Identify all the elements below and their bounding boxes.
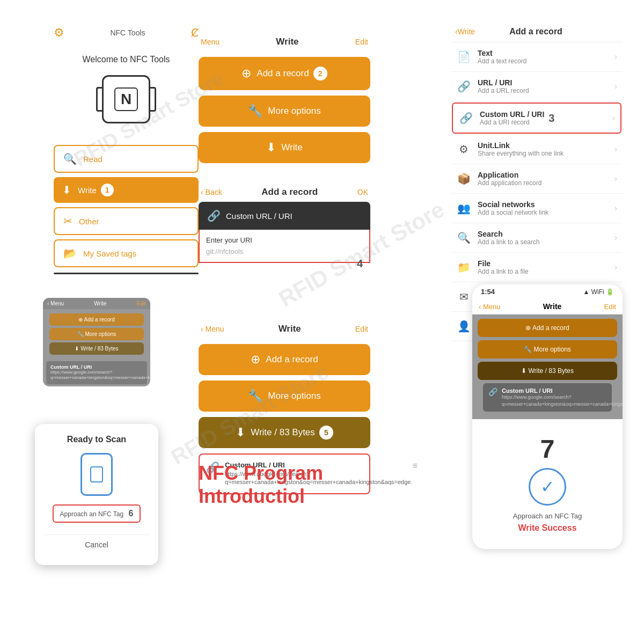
step6-badge: 6 xyxy=(128,509,133,518)
search-content: Search Add a link to a search xyxy=(478,230,539,246)
menu-back-link[interactable]: Menu xyxy=(201,38,219,46)
cancel-button[interactable]: Cancel xyxy=(43,535,150,554)
list-item-search[interactable]: 🔍 Search Add a link to a search › xyxy=(451,223,623,253)
brp-title: Write xyxy=(543,302,562,311)
welcome-text: Welcome to NFC Tools xyxy=(54,55,199,64)
menu-back2[interactable]: ‹ Menu xyxy=(201,325,224,333)
list-item-custom-url[interactable]: 🔗 Custom URL / URI Add a URI record 3 › xyxy=(452,103,621,134)
blp-rec-title: Custom URL / URI xyxy=(50,364,143,370)
write-title: Write xyxy=(276,36,298,47)
search-icon: 🔍 xyxy=(456,231,471,244)
step3-badge: 3 xyxy=(548,112,554,125)
record-menu-icon[interactable]: ≡ xyxy=(413,461,418,471)
approach-nfc-tag[interactable]: Approach an NFC Tag 6 xyxy=(53,504,141,523)
custom-url-content: Custom URL / URI Add a URI record xyxy=(480,110,544,126)
small-preview-panel: ‹ Menu Write Edit ⊕ Add a record 🔧 More … xyxy=(43,298,150,386)
brp-edit[interactable]: Edit xyxy=(604,303,616,311)
add-record-label: Add a record xyxy=(257,68,309,79)
list-item-url[interactable]: 🔗 URL / URI Add a URL record › xyxy=(451,72,623,101)
uri-placeholder: git://nfctools xyxy=(206,247,363,255)
write-bytes-button[interactable]: ⬇ Write / 83 Bytes 5 xyxy=(199,417,370,448)
bottom-right-phone: 1:54 ▲ WiFi 🔋 ‹ Menu Write Edit ⊕ Add a … xyxy=(472,284,623,549)
uri-dark-header: 🔗 Custom URL / URI xyxy=(199,202,370,230)
write-nav: Menu Write Edit xyxy=(199,32,370,52)
app-arrow: › xyxy=(614,174,617,184)
add-record-btn2[interactable]: ⊕ Add a record xyxy=(199,344,370,375)
center-top-panel: Menu Write Edit ⊕ Add a record 2 🔧 More … xyxy=(199,32,370,169)
uri-label: Enter your URI xyxy=(206,236,363,244)
unitlink-arrow: › xyxy=(614,144,617,154)
ok-link[interactable]: OK xyxy=(357,188,368,196)
blp-buttons: ⊕ Add a record 🔧 More options ⬇ Write / … xyxy=(43,309,150,359)
coin-icon[interactable]: Ȼ xyxy=(191,26,199,39)
blp-add-btn: ⊕ Add a record xyxy=(49,313,144,326)
read-button[interactable]: 🔍 Read xyxy=(54,145,199,173)
edit-link2[interactable]: Edit xyxy=(355,325,368,333)
custom-url-icon: 🔗 xyxy=(458,112,473,125)
approach-label-wrapper: Approach an NFC Tag 6 xyxy=(43,504,150,529)
other-button[interactable]: ✂ Other xyxy=(54,207,199,235)
write-icon2: ⬇ xyxy=(236,426,245,440)
brp-more-btn[interactable]: 🔧 More options xyxy=(478,340,617,358)
list-item-unitlink[interactable]: ⚙ Unit.Link Share everything with one li… xyxy=(451,135,623,164)
app-header: ⚙ NFC Tools Ȼ xyxy=(54,21,199,44)
scan-title: Ready to Scan xyxy=(43,435,150,444)
plus-icon: ⊕ xyxy=(241,67,251,80)
more-options-label2: More options xyxy=(268,391,320,401)
edit-link[interactable]: Edit xyxy=(355,38,368,46)
back-link[interactable]: ‹ Back xyxy=(201,188,222,196)
saved-icon: 📂 xyxy=(63,247,77,260)
text-record-icon: 📄 xyxy=(456,50,471,63)
more-options-btn2[interactable]: 🔧 More options xyxy=(199,380,370,412)
file-icon: 📁 xyxy=(456,261,471,274)
uri-icon: 🔗 xyxy=(207,209,221,222)
step4-badge: 4 xyxy=(357,258,363,270)
brp-rec-title: Custom URL / URI xyxy=(502,387,623,394)
mail-icon: ✉ xyxy=(456,290,471,303)
nfc-logo: N xyxy=(102,75,150,123)
write-back-link[interactable]: ‹ Write xyxy=(455,27,475,36)
brp-back[interactable]: ‹ Menu xyxy=(479,303,500,311)
status-time: 1:54 xyxy=(481,288,495,296)
add-record-button[interactable]: ⊕ Add a record 2 xyxy=(199,57,370,90)
blp-back: ‹ Menu xyxy=(47,301,64,306)
unitlink-icon: ⚙ xyxy=(456,143,471,156)
list-item-application[interactable]: 📦 Application Add application record › xyxy=(451,164,623,194)
brp-record-icon: 🔗 xyxy=(488,387,497,396)
right-panel-title: Add a record xyxy=(509,27,562,36)
write-label: Write xyxy=(78,186,97,195)
blp-record: Custom URL / URI https://www.google.com/… xyxy=(46,361,147,384)
saved-tags-button[interactable]: 📂 My Saved tags xyxy=(54,239,199,267)
text-arrow: › xyxy=(614,52,617,62)
brp-add-btn[interactable]: ⊕ Add a record xyxy=(478,319,617,337)
list-item-file[interactable]: 📁 File Add a link to a file › xyxy=(451,253,623,282)
brp-rec-url: https://www.google.com/search?q=messer+c… xyxy=(502,394,623,407)
nfc-letter: N xyxy=(114,87,138,111)
write-bytes-label: Write / 83 Bytes xyxy=(251,427,315,438)
file-arrow: › xyxy=(614,262,617,272)
left-panel: ⚙ NFC Tools Ȼ Welcome to NFC Tools N 🔍 R… xyxy=(54,21,199,274)
brp-write-btn[interactable]: ⬇ Write / 83 Bytes xyxy=(478,362,617,380)
list-item-text[interactable]: 📄 Text Add a text record › xyxy=(451,42,623,72)
wrench-icon: 🔧 xyxy=(248,104,262,118)
nfc-program-line1: NFC Program xyxy=(199,462,323,485)
contact-icon: 👤 xyxy=(456,320,471,333)
write-button[interactable]: ⬇ Write 1 xyxy=(54,177,199,203)
more-options-button[interactable]: 🔧 More options xyxy=(199,96,370,127)
social-arrow: › xyxy=(614,203,617,213)
social-icon: 👥 xyxy=(456,202,471,215)
blp-rec-url: https://www.google.com/search?q=messer+c… xyxy=(50,370,143,381)
write-button-main[interactable]: ⬇ Write xyxy=(199,132,370,163)
plus-icon2: ⊕ xyxy=(251,353,260,367)
status-icons: ▲ WiFi 🔋 xyxy=(583,288,614,296)
uri-input-panel: ‹ Back Add a record OK 🔗 Custom URL / UR… xyxy=(199,182,370,270)
write-label-main: Write xyxy=(281,142,302,153)
social-content: Social networks Add a social network lin… xyxy=(478,200,548,216)
list-item-social[interactable]: 👥 Social networks Add a social network l… xyxy=(451,194,623,223)
blp-more-btn: 🔧 More options xyxy=(49,328,144,340)
gear-icon[interactable]: ⚙ xyxy=(54,26,64,40)
write-title2: Write xyxy=(279,324,301,334)
brp-status-bar: 1:54 ▲ WiFi 🔋 xyxy=(472,284,623,299)
approach-text: Approach an NFC Tag xyxy=(60,510,124,518)
brp-record: 🔗 Custom URL / URI https://www.google.co… xyxy=(483,383,612,412)
